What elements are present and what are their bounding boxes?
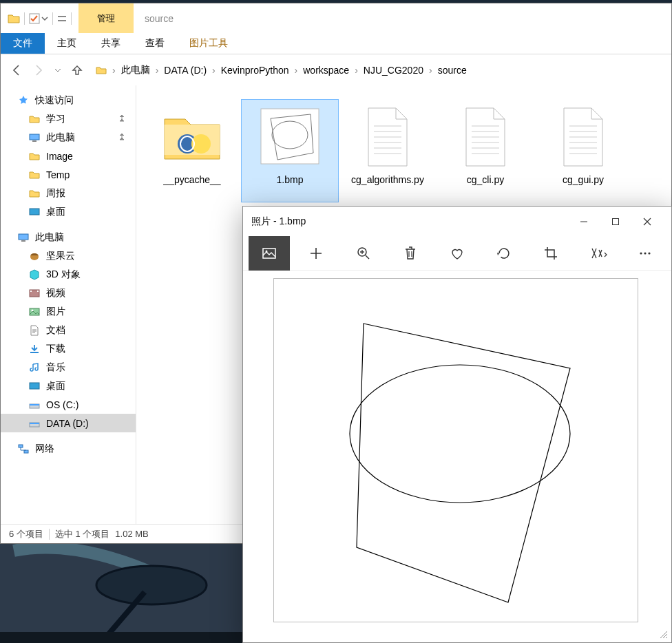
- breadcrumb[interactable]: › 此电脑 › DATA (D:) › KevinproPython › wor…: [92, 60, 663, 81]
- maximize-button[interactable]: [600, 207, 631, 236]
- photos-titlebar[interactable]: 照片 - 1.bmp: [243, 207, 671, 236]
- overflow-icon[interactable]: [57, 14, 67, 23]
- drive-icon: [28, 417, 41, 430]
- file-item-python[interactable]: cg_cli.py: [437, 99, 534, 202]
- chevron-right-icon[interactable]: ›: [111, 65, 117, 76]
- folder-icon: [94, 63, 108, 77]
- sidebar-label: 图片: [46, 306, 65, 318]
- music-icon: [28, 361, 41, 374]
- sidebar-label: 音乐: [46, 361, 65, 374]
- back-button[interactable]: [9, 63, 24, 78]
- crop-button[interactable]: [530, 236, 571, 271]
- svg-point-50: [266, 250, 268, 252]
- favorite-button[interactable]: [437, 236, 478, 271]
- separator: [52, 12, 53, 25]
- svg-rect-12: [30, 308, 39, 315]
- pictures-icon: [28, 306, 41, 318]
- resize-grip[interactable]: [659, 630, 669, 640]
- close-button[interactable]: [631, 207, 663, 236]
- sidebar-item-pc[interactable]: 文档: [1, 321, 136, 339]
- status-selection: 选中 1 个项目: [55, 528, 109, 540]
- breadcrumb-item[interactable]: 此电脑: [117, 64, 154, 76]
- chevron-right-icon[interactable]: ›: [211, 65, 217, 76]
- breadcrumb-item[interactable]: KevinproPython: [217, 65, 293, 76]
- sidebar-item-pc[interactable]: 3D 对象: [1, 265, 136, 284]
- image-thumbnail: [257, 104, 323, 170]
- view-all-button[interactable]: [249, 236, 290, 271]
- sidebar-item-quick[interactable]: 学习: [1, 109, 136, 128]
- network-icon: [17, 443, 30, 455]
- sidebar-item-pc[interactable]: DATA (D:): [1, 414, 136, 432]
- file-item-folder[interactable]: __pycache__: [143, 99, 241, 202]
- sidebar-item-quick[interactable]: 桌面: [1, 202, 136, 221]
- ribbon-tab-view[interactable]: 查看: [133, 33, 177, 54]
- sidebar-item-pc[interactable]: 图片: [1, 302, 136, 321]
- sidebar-item-this-pc[interactable]: 此电脑: [1, 228, 136, 246]
- breadcrumb-item[interactable]: NJU_CG2020: [359, 65, 428, 76]
- ribbon-tab-file[interactable]: 文件: [1, 33, 45, 54]
- breadcrumb-item[interactable]: DATA (D:): [160, 65, 211, 76]
- zoom-button[interactable]: [343, 236, 384, 271]
- svg-rect-19: [19, 445, 23, 447]
- sidebar-item-pc[interactable]: 坚果云: [1, 246, 136, 265]
- photos-window: 照片 - 1.bmp: [242, 206, 672, 643]
- file-item-python[interactable]: cg_algorithms.py: [339, 99, 437, 202]
- sidebar-item-pc[interactable]: 桌面: [1, 377, 136, 395]
- sidebar-item-pc[interactable]: 音乐: [1, 358, 136, 377]
- more-button[interactable]: [624, 236, 666, 271]
- quick-access-toolbar: [1, 3, 78, 33]
- sidebar-item-pc[interactable]: 下载: [1, 339, 136, 358]
- address-bar-row: › 此电脑 › DATA (D:) › KevinproPython › wor…: [1, 54, 671, 85]
- file-name: cg_gui.py: [563, 174, 604, 186]
- file-name: 1.bmp: [277, 174, 304, 186]
- sidebar-item-quick[interactable]: 此电脑: [1, 128, 136, 147]
- chevron-right-icon[interactable]: ›: [154, 65, 160, 76]
- dropdown-icon[interactable]: [41, 14, 48, 23]
- sidebar-item-pc[interactable]: OS (C:): [1, 395, 136, 414]
- file-name: __pycache__: [163, 174, 220, 186]
- sidebar-label: 此电脑: [35, 231, 64, 244]
- status-count: 6 个项目: [9, 528, 43, 540]
- sidebar-label: 3D 对象: [46, 268, 81, 281]
- add-button[interactable]: [295, 236, 337, 271]
- sidebar-label: 下载: [46, 343, 65, 355]
- sidebar-item-quick[interactable]: Temp: [1, 165, 136, 184]
- file-item-image[interactable]: 1.bmp: [241, 99, 339, 202]
- ribbon-tab-share[interactable]: 共享: [89, 33, 133, 54]
- sidebar-label: OS (C:): [46, 399, 78, 410]
- explorer-titlebar: 管理 source: [1, 3, 671, 33]
- chevron-right-icon[interactable]: ›: [353, 65, 359, 76]
- checkbox-icon[interactable]: [29, 13, 40, 24]
- up-button[interactable]: [70, 63, 85, 78]
- network-group: 网络: [1, 439, 136, 458]
- ribbon-tab-image-tools[interactable]: 图片工具: [177, 33, 240, 54]
- document-icon: [452, 104, 518, 170]
- sidebar-item-pc[interactable]: 视频: [1, 284, 136, 302]
- svg-rect-10: [30, 291, 32, 292]
- history-dropdown[interactable]: [53, 67, 63, 74]
- sidebar-item-network[interactable]: 网络: [1, 439, 136, 458]
- file-item-python[interactable]: cg_gui.py: [534, 99, 632, 202]
- svg-point-45: [96, 566, 207, 604]
- rotate-button[interactable]: [483, 236, 525, 271]
- delete-button[interactable]: [390, 236, 431, 271]
- breadcrumb-item[interactable]: workspace: [299, 65, 353, 76]
- photo-canvas[interactable]: [273, 278, 638, 622]
- forward-button[interactable]: [31, 63, 46, 78]
- separator: [24, 12, 25, 25]
- svg-rect-1: [58, 16, 66, 17]
- contextual-tab-manage[interactable]: 管理: [78, 3, 134, 33]
- chevron-right-icon[interactable]: ›: [293, 65, 300, 76]
- sidebar-item-quick[interactable]: Image: [1, 147, 136, 165]
- folder-icon: [28, 187, 41, 200]
- folder-thumbnail: [159, 104, 225, 170]
- edit-button[interactable]: [578, 236, 619, 271]
- ribbon-tab-home[interactable]: 主页: [45, 33, 89, 54]
- chevron-right-icon[interactable]: ›: [428, 65, 434, 76]
- video-icon: [28, 287, 41, 299]
- sidebar-item-quick-access[interactable]: 快速访问: [1, 91, 136, 109]
- sidebar-label: 桌面: [46, 206, 65, 218]
- minimize-button[interactable]: [568, 207, 600, 236]
- sidebar-item-quick[interactable]: 周报: [1, 184, 136, 202]
- breadcrumb-item[interactable]: source: [434, 65, 471, 76]
